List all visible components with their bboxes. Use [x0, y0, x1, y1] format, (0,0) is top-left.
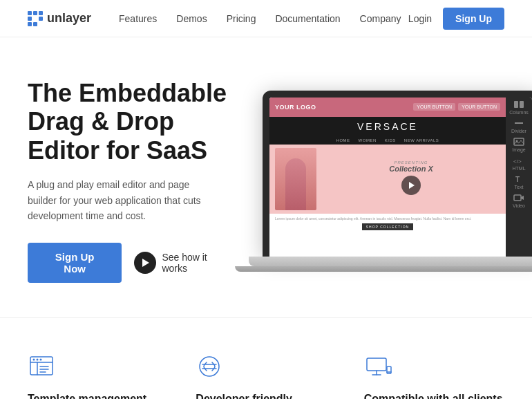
editor-top-buttons: YOUR BUTTON YOUR BUTTON [413, 103, 500, 111]
panel-html-icon: </> HTML [512, 156, 525, 171]
editor-right-panel: Columns Divider Image </> [506, 98, 532, 257]
laptop-screen-outer: YOUR LOGO YOUR BUTTON YOUR BUTTON VERSAC… [263, 91, 532, 257]
lorem-text: Lorem ipsum dolor sit amet, consectetur … [275, 216, 500, 221]
laptop-foot [235, 266, 532, 272]
nav-item-company[interactable]: Company [360, 13, 401, 24]
panel-image-icon: Image [512, 138, 525, 152]
model-silhouette [285, 158, 306, 210]
svg-rect-7 [514, 195, 521, 201]
collection-text: Collection X [322, 165, 500, 173]
hero-actions: Sign Up Now See how it works [28, 243, 235, 283]
feature-compatible-clients: Compatible with all clients Your content… [364, 353, 504, 399]
svg-point-17 [200, 357, 219, 376]
editor-play-icon [409, 182, 415, 189]
brand-bar: VERSACE [269, 117, 506, 136]
logo-grid-icon [28, 11, 43, 26]
brand-name: unlayer [47, 11, 91, 26]
editor-logo-text: YOUR LOGO [275, 104, 316, 111]
svg-rect-20 [367, 358, 386, 371]
editor-btn-2: YOUR BUTTON [458, 103, 500, 111]
brand-versace: VERSACE [274, 121, 502, 132]
brand-nav-arrivals: NEW ARRIVALS [404, 138, 439, 142]
feature-developer-title: Developer friendly [196, 393, 336, 399]
editor-top-bar: YOUR LOGO YOUR BUTTON YOUR BUTTON [269, 98, 506, 117]
panel-text-icon: T Text [513, 175, 524, 189]
features-section: Template management Templates are pre-bu… [0, 317, 532, 399]
play-triangle-icon [142, 259, 149, 267]
nav-right: Login Sign Up [408, 8, 504, 30]
svg-text:</>: </> [513, 158, 522, 165]
hero-section: The Embeddable Drag & Drop Editor for Sa… [0, 37, 532, 317]
hero-description: A plug and play email editor and page bu… [28, 177, 221, 223]
nav-links: Features Demos Pricing Documentation Com… [119, 13, 408, 24]
nav-item-demos[interactable]: Demos [176, 13, 207, 24]
editor-mockup: YOUR LOGO YOUR BUTTON YOUR BUTTON VERSAC… [269, 98, 532, 257]
play-icon [134, 252, 156, 274]
brand-navigation: HOME WOMEN KIDS NEW ARRIVALS [269, 136, 506, 145]
navbar: unlayer Features Demos Pricing Documenta… [0, 0, 532, 37]
svg-rect-0 [514, 101, 518, 108]
shop-collection-button: SHOP COLLECTION [362, 223, 413, 230]
feature-template-management: Template management Templates are pre-bu… [28, 353, 168, 399]
model-image [275, 148, 316, 210]
brand-nav-women: WOMEN [359, 138, 377, 142]
editor-main-area: YOUR LOGO YOUR BUTTON YOUR BUTTON VERSAC… [269, 98, 506, 257]
svg-rect-1 [520, 101, 524, 108]
brand-nav-home: HOME [336, 138, 350, 142]
editor-center: PRESENTING Collection X [322, 160, 500, 198]
panel-divider-icon: Divider [511, 119, 526, 133]
feature-compatible-title: Compatible with all clients [364, 393, 504, 399]
editor-text-section: Lorem ipsum dolor sit amet, consectetur … [269, 214, 506, 235]
developer-friendly-icon [196, 353, 336, 383]
how-it-works-link[interactable]: See how it works [134, 252, 235, 274]
signup-button[interactable]: Sign Up Now [28, 243, 122, 283]
laptop-mockup: YOUR LOGO YOUR BUTTON YOUR BUTTON VERSAC… [263, 91, 532, 272]
editor-play-button [401, 176, 421, 195]
feature-template-title: Template management [28, 393, 168, 399]
brand-nav-kids: KIDS [385, 138, 396, 142]
how-it-works-label: See how it works [162, 252, 235, 274]
login-link[interactable]: Login [408, 13, 432, 24]
editor-btn-1: YOUR BUTTON [413, 103, 455, 111]
hero-mockup: YOUR LOGO YOUR BUTTON YOUR BUTTON VERSAC… [263, 91, 532, 272]
laptop-base [249, 257, 532, 266]
panel-video-icon: Video [513, 194, 525, 208]
feature-developer-friendly: Developer friendly It takes less than 5 … [196, 353, 336, 399]
template-management-icon [28, 353, 168, 383]
nav-item-pricing[interactable]: Pricing [227, 13, 256, 24]
panel-columns-icon: Columns [509, 100, 529, 115]
svg-text:T: T [515, 176, 520, 183]
logo[interactable]: unlayer [28, 11, 91, 26]
hero-title: The Embeddable Drag & Drop Editor for Sa… [28, 79, 235, 165]
svg-point-11 [33, 359, 35, 361]
nav-signup-button[interactable]: Sign Up [443, 8, 504, 30]
laptop-screen-inner: YOUR LOGO YOUR BUTTON YOUR BUTTON VERSAC… [269, 98, 532, 257]
svg-point-12 [37, 359, 39, 361]
svg-point-13 [40, 359, 42, 361]
hero-content: The Embeddable Drag & Drop Editor for Sa… [28, 79, 235, 283]
compatible-clients-icon [364, 353, 504, 383]
nav-item-features[interactable]: Features [119, 13, 157, 24]
nav-item-documentation[interactable]: Documentation [275, 13, 340, 24]
editor-pink-section: PRESENTING Collection X [269, 145, 506, 214]
